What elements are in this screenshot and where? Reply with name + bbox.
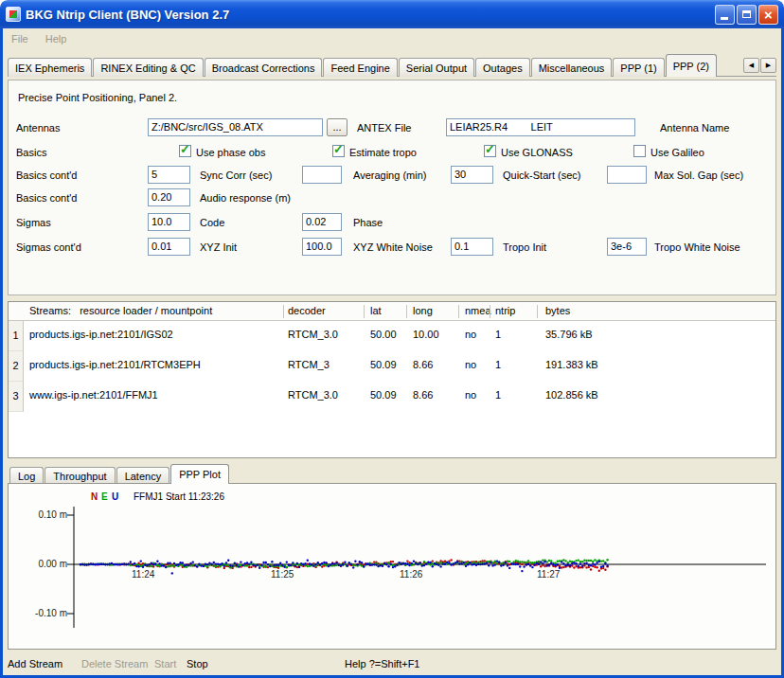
sync-corr-input[interactable]: 5 bbox=[148, 166, 190, 184]
tropo-init-label: Tropo Init bbox=[503, 241, 546, 253]
averaging-input[interactable] bbox=[302, 166, 342, 184]
xyz-init-input[interactable]: 0.01 bbox=[148, 238, 190, 256]
tab-outages[interactable]: Outages bbox=[475, 58, 530, 77]
cell-bytes: 102.856 kB bbox=[545, 389, 598, 401]
use-phase-obs-checkbox[interactable]: ✓ bbox=[179, 145, 191, 157]
col-header-long[interactable]: long bbox=[413, 305, 433, 316]
browse-antex-button[interactable]: ... bbox=[327, 118, 347, 136]
antex-path-input[interactable]: Z:/BNC/src/IGS_08.ATX bbox=[148, 118, 323, 136]
sigma-code-label: Code bbox=[200, 217, 224, 228]
ppp-panel: Precise Point Positioning, Panel 2. Ante… bbox=[8, 80, 776, 295]
xyz-white-noise-input[interactable]: 100.0 bbox=[302, 238, 342, 256]
use-galileo-label: Use Galileo bbox=[650, 147, 704, 158]
minimize-icon bbox=[721, 17, 728, 20]
max-sol-gap-input[interactable] bbox=[607, 166, 647, 184]
checkmark-icon: ✓ bbox=[333, 142, 344, 156]
titlebar[interactable]: BKG Ntrip Client (BNC) Version 2.7 × bbox=[0, 0, 784, 28]
column-divider bbox=[364, 305, 365, 318]
tab-scroll-left-button[interactable]: ◀ bbox=[743, 58, 759, 73]
stop-button[interactable]: Stop bbox=[187, 658, 208, 669]
delete-stream-button[interactable]: Delete Stream bbox=[81, 658, 148, 669]
tab-log[interactable]: Log bbox=[9, 467, 44, 484]
sigma-phase-label: Phase bbox=[353, 217, 383, 228]
estimate-tropo-checkbox[interactable]: ✓ bbox=[332, 145, 345, 157]
cell-nmea: no bbox=[465, 359, 476, 370]
col-header-decoder[interactable]: decoder bbox=[288, 305, 326, 316]
tropo-white-noise-label: Tropo White Noise bbox=[654, 241, 740, 253]
antenna-name-label: Antenna Name bbox=[660, 122, 729, 134]
use-galileo-checkbox[interactable]: ✓ bbox=[633, 145, 646, 157]
column-divider bbox=[537, 305, 538, 318]
ppp-plot-panel: N E U FFMJ1 Start 11:23:26 0.10 m 0.00 m… bbox=[8, 483, 776, 650]
antenna-name-input[interactable]: LEIAR25.R4 LEIT bbox=[446, 118, 635, 136]
use-phase-obs-label: Use phase obs bbox=[196, 147, 265, 158]
audio-response-input[interactable]: 0.20 bbox=[148, 188, 190, 206]
basics-contd2-label: Basics cont'd bbox=[16, 192, 77, 204]
start-button[interactable]: Start bbox=[154, 658, 176, 669]
quick-start-input[interactable]: 30 bbox=[451, 166, 493, 184]
right-arrow-icon: ▶ bbox=[766, 62, 771, 69]
menu-file[interactable]: File bbox=[3, 28, 37, 49]
sync-corr-label: Sync Corr (sec) bbox=[200, 170, 272, 181]
cell-long: 8.66 bbox=[413, 389, 433, 401]
sigma-code-input[interactable]: 10.0 bbox=[148, 213, 190, 231]
sigma-phase-input[interactable]: 0.02 bbox=[302, 213, 342, 231]
col-header-mountpoint[interactable]: Streams: resource loader / mountpoint bbox=[29, 305, 212, 316]
tropo-white-noise-input[interactable]: 3e-6 bbox=[607, 238, 647, 256]
xyz-init-label: XYZ Init bbox=[200, 241, 237, 253]
tab-throughput[interactable]: Throughput bbox=[45, 467, 115, 484]
tab-rinex-editing-qc[interactable]: RINEX Editing & QC bbox=[93, 58, 203, 77]
col-header-lat[interactable]: lat bbox=[370, 305, 382, 316]
cell-nmea: no bbox=[465, 329, 476, 340]
app-icon bbox=[6, 7, 21, 22]
tab-serial-output[interactable]: Serial Output bbox=[399, 58, 474, 77]
tab-ppp-plot[interactable]: PPP Plot bbox=[170, 464, 229, 484]
use-glonass-label: Use GLONASS bbox=[501, 147, 573, 158]
maximize-icon bbox=[742, 10, 751, 18]
table-row[interactable]: 3 www.igs-ip.net:2101/FFMJ1 RTCM_3.0 50.… bbox=[9, 382, 775, 412]
sigmas-label: Sigmas bbox=[16, 217, 51, 228]
app-window: BKG Ntrip Client (BNC) Version 2.7 × Fil… bbox=[0, 0, 784, 678]
tab-feed-engine[interactable]: Feed Engine bbox=[323, 58, 397, 77]
add-stream-button[interactable]: Add Stream bbox=[8, 658, 62, 669]
tab-ppp-1[interactable]: PPP (1) bbox=[613, 58, 664, 77]
tab-iex-ephemeris[interactable]: IEX Ephemeris bbox=[8, 58, 92, 77]
tab-scroll-right-button[interactable]: ▶ bbox=[760, 58, 776, 73]
column-divider bbox=[406, 305, 407, 318]
window-border bbox=[0, 27, 3, 678]
tropo-init-input[interactable]: 0.1 bbox=[451, 238, 493, 256]
maximize-button[interactable] bbox=[737, 5, 757, 25]
ppp-plot-canvas bbox=[9, 484, 775, 649]
basics-label: Basics bbox=[16, 147, 46, 158]
panel-caption: Precise Point Positioning, Panel 2. bbox=[18, 92, 177, 103]
cell-long: 10.00 bbox=[413, 329, 439, 340]
main-tabbar: IEX Ephemeris RINEX Editing & QC Broadca… bbox=[8, 54, 776, 77]
averaging-label: Averaging (min) bbox=[353, 170, 426, 181]
col-header-bytes[interactable]: bytes bbox=[545, 305, 570, 316]
tab-miscellaneous[interactable]: Miscellaneous bbox=[531, 58, 613, 77]
table-row[interactable]: 2 products.igs-ip.net:2101/RTCM3EPH RTCM… bbox=[9, 351, 775, 382]
streams-table: Streams: resource loader / mountpoint de… bbox=[8, 301, 776, 458]
row-number: 3 bbox=[9, 382, 24, 412]
col-header-nmea[interactable]: nmea bbox=[465, 305, 491, 316]
table-row[interactable]: 1 products.igs-ip.net:2101/IGS02 RTCM_3.… bbox=[9, 321, 775, 351]
menubar: File Help bbox=[3, 28, 781, 49]
menu-help[interactable]: Help bbox=[37, 28, 76, 49]
cell-bytes: 35.796 kB bbox=[545, 329, 593, 340]
cell-long: 8.66 bbox=[413, 359, 433, 370]
estimate-tropo-label: Estimate tropo bbox=[349, 147, 417, 158]
use-glonass-checkbox[interactable]: ✓ bbox=[484, 145, 496, 157]
col-header-ntrip[interactable]: ntrip bbox=[495, 305, 515, 316]
antennas-label: Antennas bbox=[16, 122, 60, 134]
close-button[interactable]: × bbox=[758, 5, 778, 25]
cell-decoder: RTCM_3.0 bbox=[288, 329, 338, 340]
tab-ppp-2[interactable]: PPP (2) bbox=[666, 54, 717, 77]
xyz-white-noise-label: XYZ White Noise bbox=[353, 241, 433, 253]
quick-start-label: Quick-Start (sec) bbox=[503, 170, 581, 181]
minimize-button[interactable] bbox=[715, 5, 735, 25]
cell-lat: 50.09 bbox=[370, 389, 397, 401]
tab-broadcast-corrections[interactable]: Broadcast Corrections bbox=[205, 58, 323, 77]
tab-latency[interactable]: Latency bbox=[116, 467, 170, 484]
checkmark-icon: ✓ bbox=[180, 142, 190, 156]
cell-mountpoint: products.igs-ip.net:2101/RTCM3EPH bbox=[29, 359, 201, 370]
